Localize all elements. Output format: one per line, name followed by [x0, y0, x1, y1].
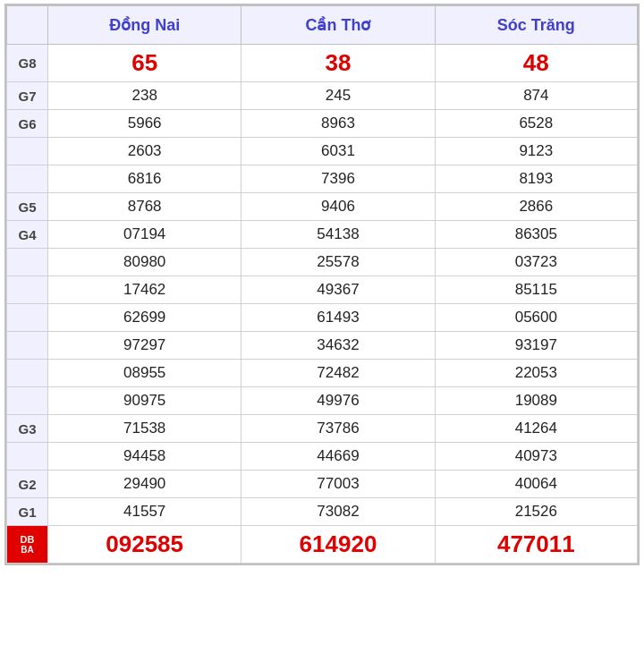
cell-g4-row0-col3: 86305 [435, 221, 637, 249]
cell-g4-row3-col1: 62699 [48, 304, 242, 332]
cell-g8-col2: 38 [242, 45, 435, 82]
cell-g2-col2: 77003 [242, 471, 435, 498]
cell-g6-row2-col2: 7396 [242, 165, 435, 193]
cell-g6-row1-col1: 2603 [48, 138, 242, 165]
cell-g4-row6-col2: 49976 [242, 387, 435, 415]
cell-g4-row2-col2: 49367 [242, 276, 435, 304]
prize-label-g4-6 [7, 387, 48, 415]
header-soc-trang: Sóc Trăng [435, 6, 637, 45]
header-dong-nai: Đồng Nai [48, 6, 242, 45]
prize-label-g6-2 [7, 165, 48, 193]
cell-g4-row2-col3: 85115 [435, 276, 637, 304]
cell-g6-row1-col3: 9123 [435, 138, 637, 165]
cell-g4-row1-col2: 25578 [242, 249, 435, 276]
cell-g8-col1: 65 [48, 45, 242, 82]
cell-g7-col2: 245 [242, 82, 435, 110]
cell-g7-col1: 238 [48, 82, 242, 110]
cell-g3-row1-col2: 44669 [242, 443, 435, 471]
prize-label-g3-0: G3 [7, 415, 48, 443]
cell-g4-row3-col2: 61493 [242, 304, 435, 332]
cell-special-col2: 614920 [242, 526, 435, 564]
cell-g4-row1-col1: 80980 [48, 249, 242, 276]
cell-g4-row1-col3: 03723 [435, 249, 637, 276]
cell-g3-row0-col1: 71538 [48, 415, 242, 443]
cell-g6-row1-col2: 6031 [242, 138, 435, 165]
prize-label-special: DBBA [7, 526, 48, 564]
cell-g4-row5-col2: 72482 [242, 360, 435, 387]
cell-g3-row0-col2: 73786 [242, 415, 435, 443]
cell-g5-col3: 2866 [435, 193, 637, 221]
cell-g8-col3: 48 [435, 45, 637, 82]
cell-g6-row2-col3: 8193 [435, 165, 637, 193]
cell-g1-col2: 73082 [242, 498, 435, 526]
cell-g6-row0-col1: 5966 [48, 110, 242, 138]
cell-g4-row4-col1: 97297 [48, 332, 242, 360]
cell-g5-col1: 8768 [48, 193, 242, 221]
cell-g1-col3: 21526 [435, 498, 637, 526]
cell-g5-col2: 9406 [242, 193, 435, 221]
prize-label-g4-3 [7, 304, 48, 332]
header-empty [7, 6, 48, 45]
cell-g4-row4-col3: 93197 [435, 332, 637, 360]
cell-g4-row4-col2: 34632 [242, 332, 435, 360]
prize-label-g7: G7 [7, 82, 48, 110]
cell-g6-row0-col3: 6528 [435, 110, 637, 138]
cell-g4-row3-col3: 05600 [435, 304, 637, 332]
prize-label-g8: G8 [7, 45, 48, 82]
prize-label-g4-2 [7, 276, 48, 304]
cell-g1-col1: 41557 [48, 498, 242, 526]
prize-label-g4-1 [7, 249, 48, 276]
cell-special-col3: 477011 [435, 526, 637, 564]
cell-g4-row5-col3: 22053 [435, 360, 637, 387]
prize-label-g2: G2 [7, 471, 48, 498]
cell-g3-row0-col3: 41264 [435, 415, 637, 443]
cell-g6-row2-col1: 6816 [48, 165, 242, 193]
cell-g4-row0-col2: 54138 [242, 221, 435, 249]
cell-g4-row2-col1: 17462 [48, 276, 242, 304]
prize-label-g4-4 [7, 332, 48, 360]
cell-g4-row0-col1: 07194 [48, 221, 242, 249]
prize-label-g4-0: G4 [7, 221, 48, 249]
cell-g4-row6-col3: 19089 [435, 387, 637, 415]
cell-g2-col1: 29490 [48, 471, 242, 498]
cell-g2-col3: 40064 [435, 471, 637, 498]
prize-label-g5: G5 [7, 193, 48, 221]
prize-label-g1: G1 [7, 498, 48, 526]
cell-g3-row1-col1: 94458 [48, 443, 242, 471]
prize-label-g6-0: G6 [7, 110, 48, 138]
lottery-table: Đồng Nai Cần Thơ Sóc Trăng G8653848G7238… [4, 4, 640, 565]
prize-label-g3-1 [7, 443, 48, 471]
cell-g3-row1-col3: 40973 [435, 443, 637, 471]
header-can-tho: Cần Thơ [242, 6, 435, 45]
prize-label-g6-1 [7, 138, 48, 165]
cell-g4-row6-col1: 90975 [48, 387, 242, 415]
cell-special-col1: 092585 [48, 526, 242, 564]
cell-g7-col3: 874 [435, 82, 637, 110]
cell-g6-row0-col2: 8963 [242, 110, 435, 138]
cell-g4-row5-col1: 08955 [48, 360, 242, 387]
prize-label-g4-5 [7, 360, 48, 387]
